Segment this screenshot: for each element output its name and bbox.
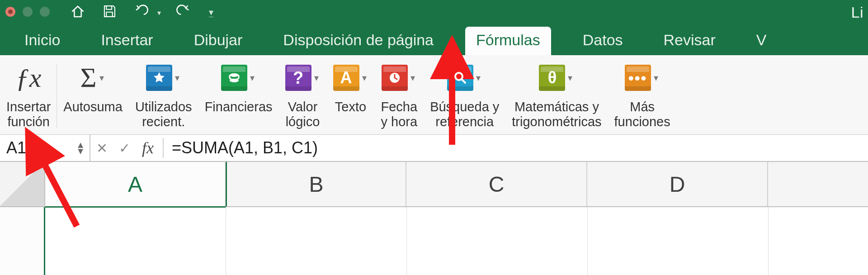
formula-input[interactable] [166,138,868,157]
title-fragment: Li [851,4,863,21]
save-icon [102,4,117,19]
ellipsis-icon: ••• [625,65,651,91]
window-controls [5,7,50,17]
column-header-c[interactable]: C [406,162,587,206]
undo-dropdown-icon[interactable]: ▾ [157,9,161,17]
quick-access-toolbar: ▾ ▾— [69,2,213,20]
label-date: Fecha y hora [381,100,418,130]
label-financial: Financieras [205,100,273,114]
group-math[interactable]: θ ▾ Matemáticas y trigonométricas [505,60,608,134]
group-financial[interactable]: ▾ Financieras [198,60,279,134]
theta-icon: θ [539,65,565,91]
cell-d1[interactable] [588,207,769,275]
column-header-a[interactable]: A [45,162,226,206]
tab-inicio[interactable]: Inicio [15,27,69,55]
redo-button[interactable] [175,2,193,20]
group-logical[interactable]: ? ▾ Valor lógico [279,60,327,134]
label-text: Texto [335,100,366,114]
home-button[interactable] [69,2,87,20]
home-icon [70,4,85,19]
fx-icon: ƒx [16,66,42,90]
cell-reference: A1 [6,138,26,157]
label-lookup: Búsqueda y referencia [430,100,499,130]
label-logical: Valor lógico [286,100,320,130]
titlebar: ▾ ▾— Li [0,0,868,23]
undo-button[interactable] [132,2,150,20]
dropdown-icon[interactable]: ▾ [248,72,256,83]
dropdown-icon[interactable]: ▾ [98,72,106,83]
dropdown-icon[interactable]: ▾ [652,72,660,83]
row-header-1[interactable] [0,207,45,275]
column-header-b[interactable]: B [226,162,406,206]
tab-datos[interactable]: Datos [574,27,632,55]
divider [163,138,164,158]
group-insert-function[interactable]: ƒx Insertar función [0,60,57,134]
accept-formula-button[interactable]: ✓ [113,140,136,156]
select-all-corner[interactable] [0,162,45,206]
cells-strip [0,207,868,275]
star-icon [146,65,172,91]
group-text[interactable]: A ▾ Texto [327,60,375,134]
undo-icon [133,4,149,19]
cell-e1[interactable] [769,207,868,275]
group-lookup[interactable]: ▾ Búsqueda y referencia [424,60,505,134]
dropdown-icon[interactable]: ▾ [566,72,574,83]
formula-bar: A1 ▲▼ ✕ ✓ fx [0,135,868,162]
group-recent[interactable]: ▾ Utilizados recient. [129,60,198,134]
close-window-button[interactable] [5,7,15,17]
dropdown-icon[interactable]: ▾ [409,72,417,83]
column-header-d[interactable]: D [587,162,768,206]
dropdown-icon[interactable]: ▾ [173,72,181,83]
ribbon: ƒx Insertar función Σ ▾ Autosuma ▾ Utili… [0,55,868,135]
question-icon: ? [285,65,311,91]
name-box[interactable]: A1 ▲▼ [0,135,90,161]
tab-disposicion[interactable]: Disposición de página [274,27,443,55]
cell-b1[interactable] [226,207,407,275]
save-button[interactable] [100,2,118,20]
tab-dibujar[interactable]: Dibujar [185,27,252,55]
group-more[interactable]: ••• ▾ Más funciones [608,60,677,134]
group-autosum[interactable]: Σ ▾ Autosuma [57,60,129,134]
fx-label[interactable]: fx [136,138,160,157]
coins-icon [221,65,247,91]
label-autosum: Autosuma [63,100,123,114]
dropdown-icon[interactable]: ▾ [474,72,482,83]
search-icon [447,65,473,91]
svg-point-0 [230,73,239,77]
tab-formulas[interactable]: Fórmulas [465,27,551,55]
label-insert-function: Insertar función [6,100,51,130]
tab-revisar[interactable]: Revisar [655,27,725,55]
column-header-e[interactable] [768,162,868,206]
label-recent: Utilizados recient. [135,100,192,130]
cell-a1[interactable] [45,206,226,275]
sigma-icon: Σ [80,65,97,90]
customize-qat-icon[interactable]: ▾— [209,7,213,19]
clock-icon [382,65,408,91]
column-headers: A B C D [0,162,868,207]
ribbon-tabs: Inicio Insertar Dibujar Disposición de p… [0,23,868,55]
minimize-window-button[interactable] [23,7,33,17]
cell-c1[interactable] [407,207,588,275]
dropdown-icon[interactable]: ▾ [312,72,321,83]
cancel-formula-button[interactable]: ✕ [90,140,113,156]
dropdown-icon[interactable]: ▾ [360,72,368,83]
group-date[interactable]: ▾ Fecha y hora [375,60,424,134]
svg-point-1 [230,79,239,82]
namebox-stepper[interactable]: ▲▼ [76,142,85,154]
tab-insertar[interactable]: Insertar [92,27,162,55]
text-icon: A [333,65,359,91]
zoom-window-button[interactable] [40,7,50,17]
tab-vista[interactable]: V [747,27,767,55]
label-more: Más funciones [614,100,670,130]
redo-icon [176,4,191,19]
label-math: Matemáticas y trigonométricas [512,100,601,130]
